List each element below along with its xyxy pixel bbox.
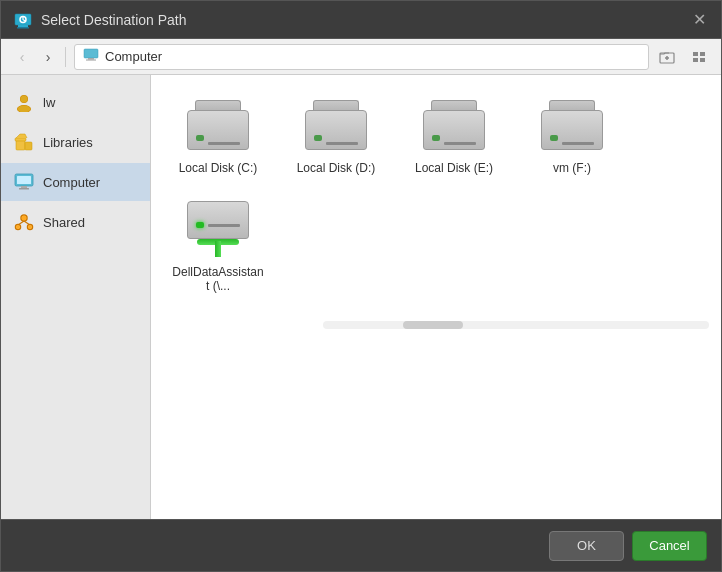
svg-point-30 <box>22 216 27 221</box>
file-item-network-drive[interactable]: DellDataAssistant (\... <box>163 191 273 301</box>
svg-rect-6 <box>86 60 96 61</box>
svg-rect-12 <box>693 58 698 62</box>
footer: OK Cancel <box>1 519 721 571</box>
svg-rect-18 <box>16 140 25 150</box>
back-button[interactable]: ‹ <box>9 44 35 70</box>
svg-rect-22 <box>17 176 31 184</box>
nav-action-buttons <box>653 43 713 71</box>
dialog-icon <box>13 10 33 30</box>
view-toggle-button[interactable] <box>685 43 713 71</box>
new-folder-button[interactable] <box>653 43 681 71</box>
f-drive-label: vm (F:) <box>553 161 591 175</box>
svg-rect-20 <box>25 142 32 150</box>
title-bar: Select Destination Path ✕ <box>1 1 721 39</box>
sidebar-libraries-label: Libraries <box>43 135 93 150</box>
svg-point-32 <box>28 225 32 229</box>
ok-button[interactable]: OK <box>549 531 624 561</box>
shared-icon <box>13 211 35 233</box>
file-item-d-drive[interactable]: Local Disk (D:) <box>281 87 391 183</box>
f-drive-icon <box>537 95 607 155</box>
sidebar-user-label: lw <box>43 95 55 110</box>
nav-bar: ‹ › Computer <box>1 39 721 75</box>
sidebar-item-computer[interactable]: Computer <box>1 163 150 201</box>
sidebar-item-shared[interactable]: Shared <box>1 203 150 241</box>
content-area: lw Libraries <box>1 75 721 519</box>
svg-rect-24 <box>19 188 29 190</box>
d-drive-icon <box>301 95 371 155</box>
c-drive-icon <box>183 95 253 155</box>
svg-rect-1 <box>18 25 28 27</box>
location-bar: Computer <box>74 44 649 70</box>
file-item-e-drive[interactable]: Local Disk (E:) <box>399 87 509 183</box>
svg-rect-11 <box>700 52 705 56</box>
svg-rect-2 <box>17 27 29 29</box>
file-item-c-drive[interactable]: Local Disk (C:) <box>163 87 273 183</box>
network-drive-icon <box>183 199 253 259</box>
c-drive-label: Local Disk (C:) <box>179 161 258 175</box>
sidebar-item-user[interactable]: lw <box>1 83 150 121</box>
e-drive-icon <box>419 95 489 155</box>
file-view: Local Disk (C:) Local Disk (D:) <box>151 75 721 519</box>
scroll-hint-area <box>163 309 709 329</box>
file-item-f-drive[interactable]: vm (F:) <box>517 87 627 183</box>
sidebar-item-libraries[interactable]: Libraries <box>1 123 150 161</box>
e-drive-label: Local Disk (E:) <box>415 161 493 175</box>
svg-point-31 <box>16 225 20 229</box>
location-icon <box>83 48 99 65</box>
svg-rect-23 <box>21 186 27 188</box>
nav-separator <box>65 47 66 67</box>
sidebar-computer-label: Computer <box>43 175 100 190</box>
user-icon <box>13 91 35 113</box>
svg-point-16 <box>21 96 28 103</box>
svg-rect-19 <box>15 138 26 141</box>
dialog-title: Select Destination Path <box>41 12 689 28</box>
network-drive-label: DellDataAssistant (\... <box>171 265 265 293</box>
svg-rect-4 <box>84 49 98 58</box>
cancel-button[interactable]: Cancel <box>632 531 707 561</box>
svg-line-29 <box>24 221 30 225</box>
svg-rect-5 <box>88 58 94 60</box>
libraries-icon <box>13 131 35 153</box>
forward-button[interactable]: › <box>35 44 61 70</box>
sidebar: lw Libraries <box>1 75 151 519</box>
computer-sidebar-icon <box>13 171 35 193</box>
sidebar-shared-label: Shared <box>43 215 85 230</box>
d-drive-label: Local Disk (D:) <box>297 161 376 175</box>
close-button[interactable]: ✕ <box>689 10 709 30</box>
svg-rect-10 <box>693 52 698 56</box>
svg-rect-13 <box>700 58 705 62</box>
dialog: Select Destination Path ✕ ‹ › Computer <box>0 0 722 572</box>
location-text: Computer <box>105 49 162 64</box>
svg-line-28 <box>18 221 24 225</box>
